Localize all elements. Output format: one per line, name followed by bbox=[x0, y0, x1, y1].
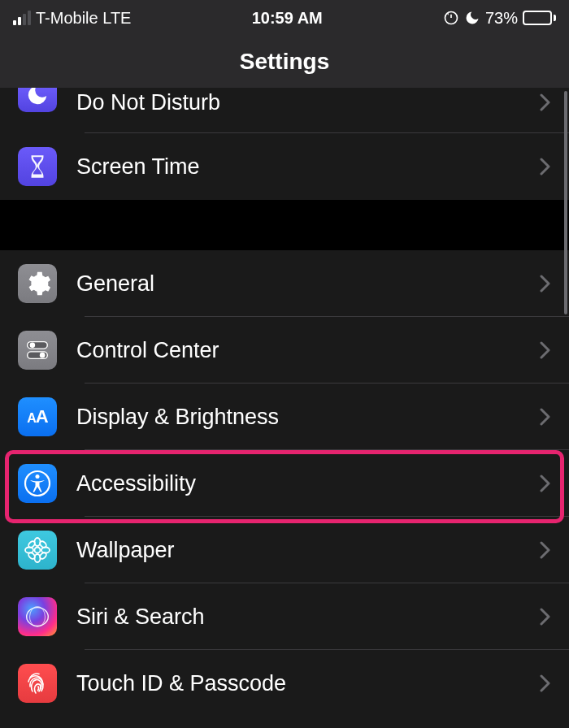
row-label: Display & Brightness bbox=[76, 405, 540, 430]
chevron-right-icon bbox=[540, 340, 551, 360]
svg-point-15 bbox=[39, 552, 48, 561]
chevron-right-icon bbox=[540, 607, 551, 626]
settings-group: Do Not Disturb Screen Time bbox=[0, 88, 569, 200]
status-left: T-Mobile LTE bbox=[13, 9, 131, 28]
chevron-right-icon bbox=[540, 157, 551, 176]
svg-point-17 bbox=[30, 607, 46, 627]
clock-label: 10:59 AM bbox=[252, 9, 323, 28]
svg-point-11 bbox=[41, 548, 50, 553]
hourglass-icon bbox=[18, 147, 57, 186]
chevron-right-icon bbox=[540, 474, 551, 493]
settings-row-screen-time[interactable]: Screen Time bbox=[0, 133, 569, 200]
flower-icon bbox=[18, 531, 57, 570]
svg-point-14 bbox=[28, 552, 37, 561]
scrollbar[interactable] bbox=[564, 91, 567, 314]
svg-point-13 bbox=[39, 540, 48, 549]
gear-icon bbox=[18, 264, 57, 303]
status-bar: T-Mobile LTE 10:59 AM 73% bbox=[0, 0, 569, 36]
moon-icon bbox=[18, 88, 57, 112]
chevron-right-icon bbox=[540, 674, 551, 693]
settings-row-siri-search[interactable]: Siri & Search bbox=[0, 583, 569, 650]
row-label: Touch ID & Passcode bbox=[76, 671, 540, 696]
settings-row-touch-id[interactable]: Touch ID & Passcode bbox=[0, 650, 569, 717]
row-label: Screen Time bbox=[76, 154, 540, 180]
page-title: Settings bbox=[240, 49, 329, 75]
settings-group: General Control Center AA Display & Brig… bbox=[0, 250, 569, 717]
settings-list: Do Not Disturb Screen Time General bbox=[0, 88, 569, 717]
settings-row-wallpaper[interactable]: Wallpaper bbox=[0, 517, 569, 583]
row-label: Control Center bbox=[76, 338, 540, 363]
chevron-right-icon bbox=[540, 93, 551, 112]
carrier-label: T-Mobile LTE bbox=[36, 9, 131, 28]
row-label: Wallpaper bbox=[76, 538, 540, 563]
page-title-bar: Settings bbox=[0, 36, 569, 88]
chevron-right-icon bbox=[540, 540, 551, 560]
text-size-icon: AA bbox=[18, 397, 57, 436]
siri-icon bbox=[18, 597, 57, 636]
orientation-lock-icon bbox=[443, 10, 459, 26]
svg-point-6 bbox=[36, 474, 40, 479]
fingerprint-icon bbox=[18, 664, 57, 703]
chevron-right-icon bbox=[540, 274, 551, 293]
row-label: Accessibility bbox=[76, 471, 540, 496]
do-not-disturb-icon bbox=[464, 10, 480, 26]
battery-icon bbox=[523, 11, 556, 25]
chevron-right-icon bbox=[540, 407, 551, 427]
svg-point-12 bbox=[28, 540, 37, 549]
status-right: 73% bbox=[443, 9, 556, 28]
settings-row-display-brightness[interactable]: AA Display & Brightness bbox=[0, 384, 569, 450]
svg-point-10 bbox=[25, 548, 33, 553]
svg-point-4 bbox=[40, 353, 46, 358]
settings-row-accessibility[interactable]: Accessibility bbox=[0, 450, 569, 517]
battery-pct-label: 73% bbox=[485, 9, 518, 28]
switches-icon bbox=[18, 331, 57, 370]
svg-point-2 bbox=[30, 343, 36, 349]
settings-row-do-not-disturb[interactable]: Do Not Disturb bbox=[0, 88, 569, 133]
svg-point-9 bbox=[35, 554, 41, 562]
svg-point-8 bbox=[35, 538, 41, 546]
settings-row-control-center[interactable]: Control Center bbox=[0, 317, 569, 384]
row-label: Siri & Search bbox=[76, 604, 540, 630]
accessibility-icon bbox=[18, 464, 57, 503]
group-separator bbox=[0, 200, 569, 250]
row-label: General bbox=[76, 271, 540, 297]
svg-point-7 bbox=[35, 548, 41, 553]
row-label: Do Not Disturb bbox=[76, 90, 540, 115]
signal-icon bbox=[13, 11, 31, 25]
settings-row-general[interactable]: General bbox=[0, 250, 569, 317]
